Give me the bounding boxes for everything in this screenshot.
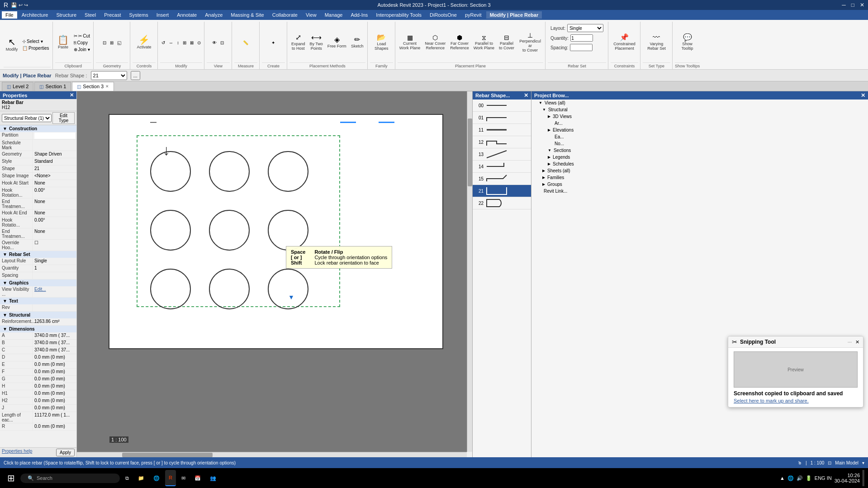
geometry-btn3[interactable]: ◱ xyxy=(116,40,123,46)
tab-section1[interactable]: ◫ Section 1 xyxy=(34,82,71,91)
structural-section[interactable]: ▼Structural xyxy=(0,312,76,318)
taskbar-app-mail[interactable]: ✉ xyxy=(178,470,189,486)
tree-sections[interactable]: Sections xyxy=(531,147,868,154)
show-tooltip-btn[interactable]: 💬 ShowTooltip xyxy=(679,31,696,54)
structural-rebar-select[interactable]: Structural Rebar (1) xyxy=(2,114,52,122)
snipping-action-link[interactable]: Select here to mark up and share. xyxy=(734,398,858,403)
mod-btn1[interactable]: ↺ xyxy=(160,40,166,46)
status-dropdown[interactable]: ▾ xyxy=(862,460,864,465)
rebar-shape-more-btn[interactable]: ... xyxy=(131,71,140,80)
properties-help-link[interactable]: Properties help xyxy=(2,449,32,456)
quantity-input[interactable] xyxy=(570,34,593,42)
properties-small-btn[interactable]: 📋Properties xyxy=(21,45,51,51)
near-cover-reference-btn[interactable]: ⬡ Near CoverReference xyxy=(423,31,447,54)
snipping-close-btn[interactable]: ✕ xyxy=(855,339,859,345)
view-btn2[interactable]: ⊡ xyxy=(219,40,225,46)
volume-icon[interactable]: 🔊 xyxy=(797,475,803,481)
menu-collaborate[interactable]: Collaborate xyxy=(269,11,301,19)
tab-section3-close[interactable]: ✕ xyxy=(105,84,109,89)
partition-input[interactable] xyxy=(34,133,75,139)
far-cover-reference-btn[interactable]: ⬢ Far CoverReference xyxy=(448,31,471,54)
apply-btn[interactable]: Apply xyxy=(56,449,75,456)
parallel-work-plane-btn[interactable]: ⧖ Parallel toWork Plane xyxy=(472,31,496,54)
tree-no[interactable]: No... xyxy=(531,140,868,147)
rebar-circle-2-1[interactable] xyxy=(209,269,250,309)
mod-btn5[interactable]: ⊠ xyxy=(189,40,195,46)
menu-diroots[interactable]: DiRootsOne xyxy=(426,11,460,19)
h-scroll-thumb[interactable] xyxy=(122,453,213,457)
drawing-area[interactable]: ↓ ▼ — Space [ or ] xyxy=(77,91,467,452)
tree-structural[interactable]: Structural xyxy=(531,106,868,113)
graphics-section[interactable]: ▼Graphics xyxy=(0,280,76,286)
rebar-circle-2-0[interactable] xyxy=(150,269,191,309)
minimize-btn[interactable]: ─ xyxy=(842,2,846,8)
menu-steel[interactable]: Steel xyxy=(81,11,100,19)
expand-to-host-btn[interactable]: ⤢ Expandto Host xyxy=(289,31,307,54)
v-scroll-thumb[interactable] xyxy=(468,118,472,186)
taskbar-clock[interactable]: 10:26 30-04-2024 xyxy=(835,473,860,483)
rebar-circle-2-2[interactable] xyxy=(268,269,308,309)
maximize-btn[interactable]: □ xyxy=(851,2,854,8)
menu-analyze[interactable]: Analyze xyxy=(201,11,226,19)
activate-btn[interactable]: ⚡ Activate xyxy=(135,30,153,55)
free-form-btn[interactable]: ◈ Free Form xyxy=(326,31,348,54)
rebar-shape-11[interactable]: 11 xyxy=(473,124,531,136)
varying-rebar-set-btn[interactable]: 〰 VaryingRebar Set xyxy=(645,31,668,54)
geometry-btn2[interactable]: ⊞ xyxy=(109,40,115,46)
tree-views-all[interactable]: Views (all) xyxy=(531,99,868,106)
rebar-circle-0-2[interactable] xyxy=(268,151,308,192)
project-browser-close[interactable]: ✕ xyxy=(861,92,865,99)
tree-elevations[interactable]: Elevations xyxy=(531,127,868,133)
rebar-shape-12[interactable]: 12 xyxy=(473,136,531,148)
task-view-btn[interactable]: ⧉ xyxy=(122,470,133,486)
spacing-input[interactable] xyxy=(570,44,593,51)
by-two-points-btn[interactable]: ⟷ By TwoPoints xyxy=(308,31,324,54)
text-section[interactable]: ▼Text xyxy=(0,298,76,304)
rebar-circle-0-1[interactable] xyxy=(209,151,250,192)
rebar-shape-01[interactable]: 01 xyxy=(473,112,531,124)
tab-level2[interactable]: ◫ Level 2 xyxy=(2,82,33,91)
menu-structure[interactable]: Structure xyxy=(52,11,80,19)
show-desktop-btn[interactable] xyxy=(863,470,864,486)
taskbar-app-calendar[interactable]: 📅 xyxy=(191,470,204,486)
taskbar-app-revit[interactable]: R xyxy=(165,470,176,486)
menu-systems[interactable]: Systems xyxy=(125,11,152,19)
constrained-placement-btn[interactable]: 📌 ConstrainedPlacement xyxy=(612,31,637,54)
taskbar-search[interactable]: 🔍 Search xyxy=(20,474,120,483)
current-work-plane-btn[interactable]: ▦ CurrentWork Plane xyxy=(398,31,422,54)
rebar-set-section[interactable]: ▼Rebar Set xyxy=(0,251,76,258)
rebar-shape-21[interactable]: 21 xyxy=(473,185,531,197)
layout-select[interactable]: Single Fixed Number Maximum Spacing xyxy=(567,24,603,32)
join-btn[interactable]: ⊕Join ▾ xyxy=(72,47,91,52)
rebar-shape-select[interactable]: 21 000111 121314 1522 xyxy=(91,71,127,80)
mod-btn3[interactable]: ↕ xyxy=(175,40,180,46)
menu-file[interactable]: File xyxy=(2,11,17,19)
rebar-shape-22[interactable]: 22 xyxy=(473,197,531,209)
taskbar-app-browser[interactable]: 🌐 xyxy=(150,470,163,486)
dimensions-section[interactable]: ▼Dimensions xyxy=(0,326,76,332)
properties-close[interactable]: ✕ xyxy=(70,92,74,98)
taskbar-app-teams[interactable]: 👥 xyxy=(206,470,220,486)
sketch-btn[interactable]: ✏ Sketch xyxy=(349,31,365,54)
construction-section[interactable]: ▼ Construction xyxy=(0,125,76,132)
measure-btn[interactable]: 📏 xyxy=(242,40,250,46)
load-shapes-btn[interactable]: 📂 LoadShapes xyxy=(373,31,390,54)
rebar-shape-00[interactable]: 00 xyxy=(473,99,531,112)
tree-sheets[interactable]: Sheets (all) xyxy=(531,167,868,174)
menu-insert[interactable]: Insert xyxy=(153,11,173,19)
tree-legends[interactable]: Legends xyxy=(531,154,868,161)
view-btn1[interactable]: 👁 xyxy=(211,40,218,46)
tree-revit-link[interactable]: Revit Link... xyxy=(531,188,868,194)
close-btn[interactable]: ✕ xyxy=(860,2,864,8)
cut-btn[interactable]: ✂✂ Cut xyxy=(72,33,91,39)
menu-annotate[interactable]: Annotate xyxy=(173,11,200,19)
menu-architecture[interactable]: Architecture xyxy=(18,11,52,19)
menu-massing[interactable]: Massing & Site xyxy=(227,11,267,19)
tab-section3[interactable]: ◫ Section 3 ✕ xyxy=(72,82,114,91)
tree-ar[interactable]: Ar... xyxy=(531,120,868,127)
perp-cover-btn[interactable]: ⊥ Perpendicularto Cover xyxy=(517,31,543,54)
menu-manage[interactable]: Manage xyxy=(321,11,346,19)
snipping-more-btn[interactable]: ··· xyxy=(848,339,852,345)
rebar-shapes-close[interactable]: ✕ xyxy=(524,92,528,99)
rebar-circle-0-0[interactable] xyxy=(150,151,191,192)
